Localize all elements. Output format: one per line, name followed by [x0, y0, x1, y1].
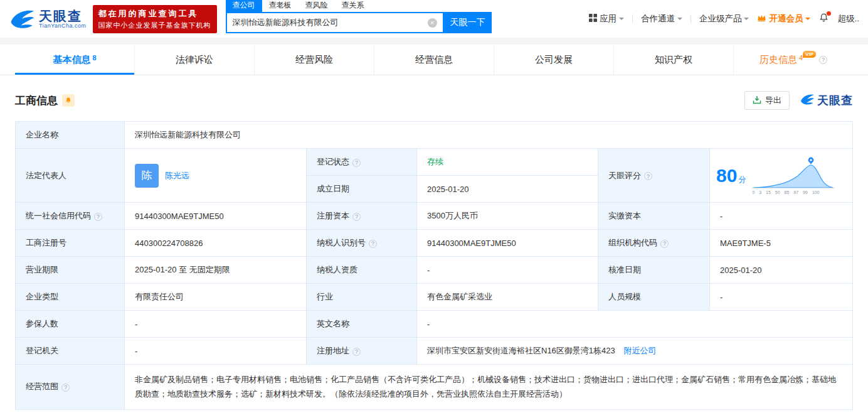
label-text: 人员规模 — [608, 292, 641, 301]
business-term-value: 2025-01-20 至 无固定期限 — [125, 257, 307, 284]
help-icon[interactable]: ? — [352, 348, 361, 356]
nav-apps[interactable]: 应用 — [589, 13, 624, 24]
nearby-companies-link[interactable]: 附近公司 — [623, 346, 656, 355]
label-text: 天眼评分 — [608, 171, 641, 180]
nav-open-vip-label: 开通会员 — [769, 13, 803, 24]
taxpayer-quality-value: - — [417, 257, 598, 284]
help-icon[interactable]: ? — [352, 159, 361, 167]
nav-partner[interactable]: 合作通道 — [641, 13, 682, 24]
field-label: 纳税人识别号? — [307, 230, 417, 257]
value-text: - — [427, 266, 430, 275]
company-tabbar: 基本信息 8 法律诉讼 经营风险 经营信息 公司发展 知识产权 历史信息 4 V… — [0, 45, 868, 75]
tab-company-development[interactable]: 公司发展 — [494, 45, 614, 75]
help-icon[interactable]: ? — [94, 213, 102, 221]
tab-count: 8 — [92, 54, 96, 62]
label-text: 英文名称 — [317, 319, 349, 328]
tab-history-info[interactable]: 历史信息 4 VIP ? — [734, 45, 853, 75]
nav-partner-label: 合作通道 — [641, 13, 675, 24]
help-icon[interactable]: ? — [352, 213, 361, 221]
score-value: 80 — [716, 165, 737, 186]
field-label: 行业 — [307, 284, 417, 311]
field-label: 注册资本? — [307, 203, 417, 230]
score-axis-labels: 0 3 15 50 85 97 99 100 — [752, 190, 835, 195]
search-box: × — [226, 12, 444, 33]
subscribe-bell-icon[interactable] — [62, 94, 75, 107]
top-header: 天眼查 TianYanCha.com 都在用的商业查询工具 国家中小企业发展子基… — [0, 0, 868, 38]
field-label: 核准日期 — [598, 257, 710, 284]
search-row: × 天眼一下 — [226, 12, 492, 33]
tab-basic-info[interactable]: 基本信息 8 — [15, 45, 135, 75]
legal-rep-cell: 陈 陈光远 — [125, 149, 307, 203]
search-tab-risk[interactable]: 查风险 — [299, 0, 335, 12]
field-label: 企业名称 — [16, 122, 125, 149]
search-tab-company[interactable]: 查公司 — [226, 0, 262, 12]
label-text: 登记机关 — [26, 346, 58, 355]
field-label: 英文名称 — [307, 311, 417, 338]
help-icon[interactable]: ? — [819, 56, 827, 64]
legal-rep: 陈 陈光远 — [135, 164, 296, 188]
tab-intellectual-property[interactable]: 知识产权 — [614, 45, 734, 75]
help-icon[interactable]: ? — [644, 172, 652, 180]
row-insured-count: 参保人数 - 英文名称 - — [16, 311, 853, 338]
notification-bell[interactable] — [818, 13, 829, 25]
crown-icon — [757, 14, 766, 24]
reg-status-value: 存续 — [417, 149, 598, 176]
tab-legal-proceedings[interactable]: 法律诉讼 — [135, 45, 255, 75]
label-text: 纳税人资质 — [317, 265, 357, 274]
help-icon[interactable]: ? — [369, 240, 377, 248]
nav-separator — [691, 14, 691, 23]
label-text: 企业类型 — [26, 292, 58, 301]
label-text: 纳税人识别号 — [317, 238, 366, 247]
clear-search-icon[interactable]: × — [428, 18, 437, 28]
chevron-down-icon — [677, 18, 682, 23]
search-input[interactable] — [227, 18, 428, 28]
value-text: 有限责任公司 — [135, 292, 184, 301]
search-tab-relation[interactable]: 查关系 — [335, 0, 371, 12]
help-icon[interactable]: ? — [660, 240, 669, 248]
staff-size-value: - — [710, 284, 853, 311]
tianyan-score-cell: 80分 0 3 15 50 85 97 99 100 — [710, 149, 853, 203]
row-company-type: 企业类型 有限责任公司 行业 有色金属矿采选业 人员规模 - — [16, 284, 853, 311]
section-head-right: 导出 天眼查 — [744, 91, 853, 110]
apps-grid-icon — [589, 14, 597, 24]
field-label: 法定代表人 — [16, 149, 125, 203]
nav-apps-label: 应用 — [600, 13, 617, 24]
label-text: 参保人数 — [26, 319, 58, 328]
reg-capital-value: 3500万人民币 — [417, 203, 598, 230]
vip-badge: VIP — [803, 51, 816, 58]
nav-separator — [632, 14, 633, 23]
section-title: 工商信息 — [15, 94, 58, 108]
label-text: 营业期限 — [26, 265, 58, 274]
label-text: 注册资本 — [317, 211, 349, 220]
nav-enterprise[interactable]: 企业级产品 — [699, 13, 749, 24]
business-scope-value: 非金属矿及制品销售；电子专用材料销售；电池销售；化工产品销售（不含许可类化工产品… — [125, 365, 853, 410]
insured-count-value: - — [125, 311, 307, 338]
nav-super-vip[interactable]: 超级.. — [837, 13, 859, 24]
english-name-value: - — [417, 311, 853, 338]
row-credit-code: 统一社会信用代码? 91440300MAE9TJME50 注册资本? 3500万… — [16, 203, 853, 230]
search-button[interactable]: 天眼一下 — [444, 12, 492, 33]
reg-address-value: 深圳市宝安区新安街道海裕社区N16区御景湾1栋423 附近公司 — [417, 338, 853, 365]
label-text: 实缴资本 — [608, 211, 641, 220]
score-curve — [752, 157, 835, 190]
export-button[interactable]: 导出 — [744, 91, 790, 110]
label-text: 组织机构代码 — [608, 238, 657, 247]
field-label: 组织机构代码? — [598, 230, 710, 257]
score-unit: 分 — [738, 175, 746, 184]
label-text: 法定代表人 — [26, 171, 66, 180]
nav-open-vip[interactable]: 开通会员 — [757, 13, 810, 24]
tianyancha-watermark-logo: 天眼查 — [800, 92, 853, 109]
taxpayer-id-value: 91440300MAE9TJME50 — [417, 230, 598, 257]
export-icon — [753, 95, 761, 106]
search-tab-boss[interactable]: 查老板 — [262, 0, 299, 12]
value-text: 非金属矿及制品销售；电子专用材料销售；电池销售；化工产品销售（不含许可类化工产品… — [135, 375, 836, 399]
value-text: 3500万人民币 — [427, 211, 478, 220]
legal-rep-link[interactable]: 陈光远 — [165, 170, 189, 181]
tab-operating-info[interactable]: 经营信息 — [374, 45, 494, 75]
nav-enterprise-label: 企业级产品 — [699, 13, 742, 24]
help-icon[interactable]: ? — [61, 384, 70, 392]
chevron-down-icon — [805, 18, 810, 23]
tianyancha-logo[interactable]: 天眼查 TianYanCha.com — [9, 6, 87, 32]
legal-rep-avatar[interactable]: 陈 — [135, 164, 159, 188]
tab-operating-risk[interactable]: 经营风险 — [255, 45, 374, 75]
